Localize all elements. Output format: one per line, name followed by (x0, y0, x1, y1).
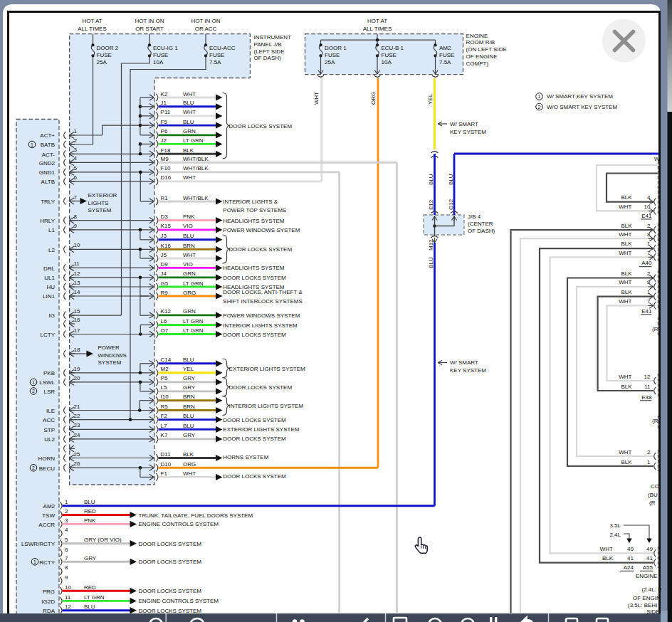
svg-text:A40: A40 (641, 260, 652, 266)
svg-text:FUSE: FUSE (382, 52, 397, 58)
svg-text:L2: L2 (48, 247, 55, 253)
svg-text:DOOR LOCKS SYSTEM: DOOR LOCKS SYSTEM (229, 384, 293, 391)
svg-text:BLK: BLK (621, 270, 632, 277)
svg-text:WHT: WHT (183, 252, 196, 258)
svg-text:2: 2 (74, 137, 78, 144)
svg-text:49: 49 (627, 546, 634, 552)
svg-text:PNK: PNK (84, 517, 96, 524)
svg-text:POWER WINDOWS SYSTEM: POWER WINDOWS SYSTEM (223, 227, 300, 233)
svg-text:F5: F5 (161, 119, 168, 125)
svg-text:BRN: BRN (183, 394, 195, 400)
svg-text:SYSTEM: SYSTEM (88, 207, 112, 214)
svg-text:6: 6 (65, 547, 68, 553)
svg-text:D10: D10 (161, 461, 172, 468)
svg-text:7.5A: 7.5A (209, 59, 221, 65)
svg-text:LSWL: LSWL (39, 379, 55, 386)
svg-text:OF DASH): OF DASH) (254, 55, 282, 61)
svg-text:11: 11 (644, 384, 651, 390)
svg-text:KEY SYSTEM: KEY SYSTEM (450, 129, 486, 135)
svg-text:L5: L5 (161, 384, 167, 391)
svg-text:8: 8 (74, 214, 78, 220)
svg-text:(2.4L: E: (2.4L: E (642, 586, 662, 593)
svg-text:25A: 25A (97, 59, 107, 65)
svg-text:10: 10 (74, 242, 80, 248)
svg-text:P11: P11 (161, 109, 171, 115)
svg-text:(LEFT SIDE: (LEFT SIDE (254, 48, 285, 55)
svg-text:SHIFT INTERLOCK SYSTEMS: SHIFT INTERLOCK SYSTEMS (223, 298, 302, 305)
svg-text:LT GRN: LT GRN (84, 594, 105, 601)
svg-text:WINDOWS: WINDOWS (98, 352, 127, 359)
svg-text:W: W (654, 156, 660, 162)
svg-text:BLK: BLK (183, 147, 194, 154)
svg-text:HU: HU (46, 284, 55, 290)
svg-text:BLK: BLK (621, 241, 632, 247)
svg-text:P5: P5 (161, 375, 168, 381)
svg-text:ACC: ACC (43, 417, 55, 423)
svg-text:GRY: GRY (183, 375, 196, 381)
svg-text:F1: F1 (161, 470, 168, 477)
svg-text:M12: M12 (428, 239, 434, 251)
svg-text:ILE: ILE (46, 408, 55, 414)
svg-text:WHT: WHT (183, 109, 196, 115)
svg-text:W/ SMART: W/ SMART (450, 359, 478, 366)
svg-text:ECU-B 1: ECU-B 1 (382, 45, 404, 51)
svg-text:RED: RED (84, 584, 96, 591)
svg-text:25: 25 (74, 451, 80, 458)
svg-text:E12: E12 (428, 199, 434, 210)
svg-text:W/O SMART KEY SYSTEM: W/O SMART KEY SYSTEM (547, 104, 617, 110)
svg-text:K15: K15 (161, 223, 172, 229)
svg-text:J/B 4: J/B 4 (468, 214, 481, 220)
svg-text:FUSE: FUSE (153, 52, 168, 58)
svg-text:2: 2 (65, 508, 68, 515)
svg-text:OF ENGIN: OF ENGIN (633, 595, 661, 601)
svg-text:OR ACC: OR ACC (195, 26, 217, 32)
svg-text:DOOR 2: DOOR 2 (97, 45, 119, 51)
svg-text:6: 6 (74, 174, 78, 181)
svg-text:VIO: VIO (183, 261, 193, 268)
svg-text:E41: E41 (641, 213, 652, 219)
svg-text:12: 12 (65, 603, 71, 610)
svg-text:L1: L1 (48, 227, 55, 233)
svg-text:IG: IG (49, 312, 55, 319)
svg-text:DRL: DRL (43, 265, 56, 272)
svg-text:GRN: GRN (183, 128, 196, 135)
svg-text:BLU: BLU (183, 100, 194, 106)
svg-text:POWER TOP SYSTEMS: POWER TOP SYSTEMS (223, 207, 286, 214)
svg-text:J3: J3 (161, 233, 167, 239)
svg-text:L7: L7 (161, 423, 167, 429)
svg-text:INTERIOR LIGHTS SYSTEM: INTERIOR LIGHTS SYSTEM (223, 322, 298, 329)
svg-text:10: 10 (644, 204, 651, 210)
svg-text:P6: P6 (161, 128, 168, 135)
svg-text:IG2D: IG2D (41, 599, 55, 605)
svg-text:OF ENGINE: OF ENGINE (466, 53, 498, 60)
svg-text:E41: E41 (641, 308, 652, 315)
svg-text:PKB: PKB (43, 370, 55, 376)
svg-text:EXTERIOR LIGHTS SYSTEM: EXTERIOR LIGHTS SYSTEM (229, 366, 305, 372)
svg-text:FUSE: FUSE (439, 52, 454, 58)
svg-text:HOT IN ON: HOT IN ON (135, 18, 164, 24)
svg-text:ROOM R/B: ROOM R/B (466, 39, 495, 46)
svg-text:ENGINE CONTROLS SYSTEM: ENGINE CONTROLS SYSTEM (139, 521, 219, 527)
svg-text:ENGINE: ENGINE (466, 33, 488, 39)
svg-text:OR START: OR START (135, 26, 164, 32)
svg-text:12: 12 (74, 270, 80, 277)
svg-text:BLK: BLK (621, 194, 632, 201)
svg-text:BLU: BLU (84, 499, 95, 505)
svg-text:DOOR LOCKS SYSTEM: DOOR LOCKS SYSTEM (223, 436, 286, 442)
svg-text:FUSE: FUSE (209, 52, 224, 58)
svg-text:HOT AT: HOT AT (82, 18, 102, 24)
svg-text:WHT: WHT (619, 374, 631, 380)
svg-text:ECU-ACC: ECU-ACC (209, 45, 236, 51)
svg-text:INTERIOR LIGHTS &: INTERIOR LIGHTS & (223, 199, 278, 205)
svg-text:ORG: ORG (183, 290, 196, 296)
svg-text:GRY: GRY (183, 384, 196, 391)
svg-text:1: 1 (33, 559, 36, 564)
svg-text:BLK: BLK (602, 555, 614, 562)
svg-text:INSTRUMENT: INSTRUMENT (254, 34, 292, 41)
svg-text:BLU: BLU (183, 233, 194, 239)
svg-text:1: 1 (74, 128, 78, 135)
svg-text:WHT/BLK: WHT/BLK (183, 165, 209, 172)
svg-text:RED: RED (84, 508, 96, 515)
svg-text:11: 11 (74, 260, 80, 267)
svg-text:DOOR LOCKS SYSTEM: DOOR LOCKS SYSTEM (229, 123, 293, 130)
